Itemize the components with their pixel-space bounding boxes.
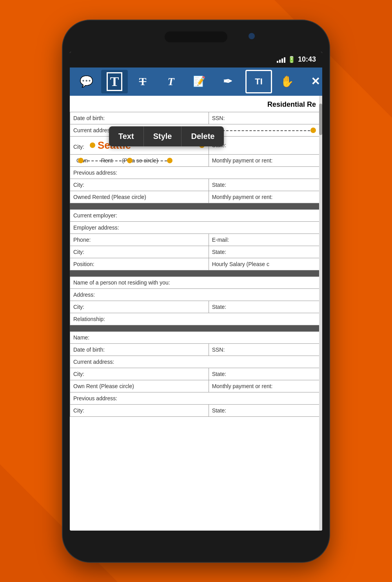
table-row: Name: <box>70 331 322 343</box>
state2-label: State: <box>209 368 322 380</box>
relationship-label: Relationship: <box>70 313 322 325</box>
table-row: Previous address: <box>70 166 322 179</box>
table-row: Employer address: <box>70 221 322 234</box>
comment-button[interactable]: 💬 <box>73 70 100 93</box>
emp-city-label: City: <box>70 246 209 258</box>
state-label: State: <box>209 136 322 154</box>
monthly2-label: Monthly payment or rent: <box>209 380 322 392</box>
current-employer-label: Current employer: <box>70 209 322 221</box>
text-strikethrough-icon: T <box>139 75 147 88</box>
ssn-label: SSN: <box>209 112 322 124</box>
prev-address2-label: Previous address: <box>70 392 322 404</box>
city-label: City: <box>73 144 84 150</box>
table-row: Relationship: <box>70 313 322 325</box>
emp-state-label: State: <box>209 246 322 258</box>
pen-icon: ✒ <box>223 75 232 88</box>
text-bold-icon: T <box>107 72 123 91</box>
table-row: Date of birth: SSN: <box>70 112 322 124</box>
context-menu: Text Style Delete <box>109 126 224 146</box>
emergency-address-label: Address: <box>70 288 322 301</box>
employer-address-label: Employer address: <box>70 221 322 234</box>
status-time: 10:43 <box>298 55 316 64</box>
emg-city-label: City: <box>70 301 209 313</box>
table-row: Address: <box>70 288 322 301</box>
hand-button[interactable]: ✋ <box>274 70 300 93</box>
form-table: Date of birth: SSN: Current address: <box>70 112 322 417</box>
document-title: Residential Re <box>70 96 322 112</box>
table-row: City: State: <box>70 404 322 416</box>
current-address-label: Current address: <box>73 127 114 133</box>
previous-address-label: Previous address: <box>70 166 322 179</box>
text-bold-button[interactable]: T <box>101 70 128 93</box>
context-menu-delete[interactable]: Delete <box>181 126 224 146</box>
table-row: Date of birth: SSN: <box>70 343 322 356</box>
comment-icon: 💬 <box>80 75 93 88</box>
city2-label: City: <box>70 368 209 380</box>
section-divider <box>70 325 322 331</box>
table-row: Previous address: <box>70 392 322 404</box>
phone-speaker <box>165 31 227 42</box>
document-area[interactable]: Residential Re Text Style Delete Date of… <box>70 96 322 531</box>
status-bar: 🔋 10:43 <box>70 52 322 68</box>
table-row: Current employer: <box>70 209 322 221</box>
table-row: Own Rent (Please circle) Monthly payment… <box>70 380 322 392</box>
close-button[interactable]: ✕ <box>302 70 322 93</box>
text-outline-icon: TI <box>255 77 263 87</box>
section-divider <box>70 270 322 276</box>
current-address2-label: Current address: <box>70 356 322 368</box>
table-row: Current address: <box>70 356 322 368</box>
edit-box-icon: 📝 <box>193 75 205 88</box>
battery-icon: 🔋 <box>288 56 296 63</box>
dob-label: Date of birth: <box>70 112 209 124</box>
close-icon: ✕ <box>311 75 320 88</box>
context-menu-text[interactable]: Text <box>109 126 144 146</box>
edit-box-button[interactable]: 📝 <box>186 70 212 93</box>
signal-bars-icon <box>277 57 285 63</box>
toolbar: 💬 T T T 📝 ✒ TI ✋ <box>70 68 322 96</box>
section-divider <box>70 203 322 209</box>
prev-city-label: City: <box>70 179 209 191</box>
table-row: City: State: <box>70 301 322 313</box>
phone-screen: 🔋 10:43 💬 T T T 📝 ✒ <box>70 52 322 531</box>
phone-device: 🔋 10:43 💬 T T T 📝 ✒ <box>63 20 329 562</box>
owned-rented-label: Owned Rented (Please circle) <box>70 191 209 203</box>
name2-label: Name: <box>70 331 322 343</box>
own-rent2-label: Own Rent (Please circle) <box>70 380 209 392</box>
table-row: City: State: <box>70 179 322 191</box>
emergency-contact-label: Name of a person not residing with you: <box>70 276 322 288</box>
scrollbar-thumb[interactable] <box>319 104 322 135</box>
table-row: Phone: E-mail: <box>70 234 322 246</box>
prev-state-label: State: <box>209 179 322 191</box>
status-icons: 🔋 10:43 <box>277 55 316 64</box>
hourly-salary-label: Hourly Salary (Please c <box>209 258 322 270</box>
text-italic-button[interactable]: T <box>158 70 184 93</box>
text-outline-button[interactable]: TI <box>245 70 272 93</box>
dob2-label: Date of birth: <box>70 343 209 356</box>
position-label: Position: <box>70 258 209 270</box>
table-row: City: State: <box>70 246 322 258</box>
table-row: Own Rent (Plea se circle) Monthly paymen… <box>70 154 322 166</box>
email-label: E-mail: <box>209 234 322 246</box>
prev-monthly-label: Monthly payment or rent: <box>209 191 322 203</box>
phone-camera <box>249 33 255 39</box>
hand-icon: ✋ <box>280 75 294 88</box>
phone-label: Phone: <box>70 234 209 246</box>
ssn2-label: SSN: <box>209 343 322 356</box>
prev-city2-label: City: <box>70 404 209 416</box>
own-rent-cell: Own Rent (Plea se circle) <box>70 154 209 166</box>
monthly-payment-label: Monthly payment or rent: <box>209 154 322 166</box>
table-row: Position: Hourly Salary (Please c <box>70 258 322 270</box>
table-row: Owned Rented (Please circle) Monthly pay… <box>70 191 322 203</box>
emg-state-label: State: <box>209 301 322 313</box>
scrollbar[interactable] <box>319 96 322 531</box>
text-strikethrough-button[interactable]: T <box>129 70 156 93</box>
text-italic-icon: T <box>167 75 174 88</box>
prev-state2-label: State: <box>209 404 322 416</box>
pen-button[interactable]: ✒ <box>214 70 241 93</box>
table-row: City: State: <box>70 368 322 380</box>
table-row: Name of a person not residing with you: <box>70 276 322 288</box>
context-menu-style[interactable]: Style <box>144 126 182 146</box>
